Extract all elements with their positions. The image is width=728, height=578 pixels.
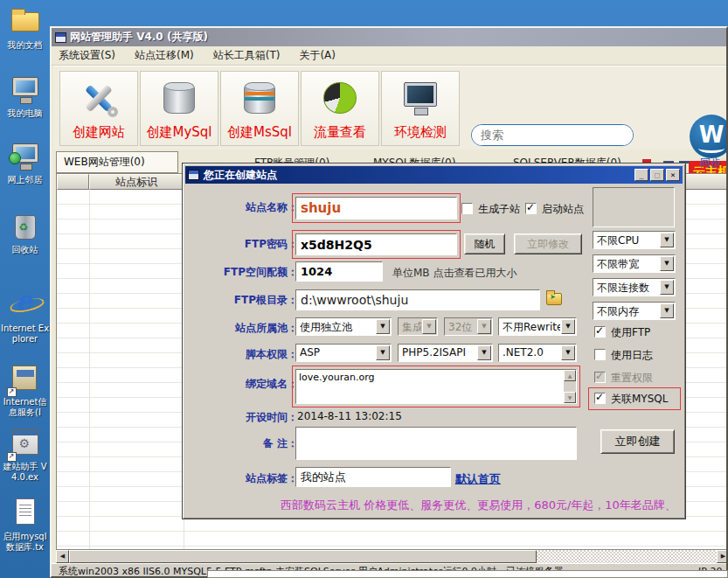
ftp-password-label: FTP密码： <box>195 237 298 252</box>
desktop-icon-site-helper[interactable]: 建站助手 V4.0.ex <box>0 427 50 483</box>
my-computer-icon <box>9 73 42 107</box>
scroll-left-button[interactable]: ◀ <box>56 550 69 563</box>
cpu-limit-select[interactable]: 不限CPU▼ <box>593 231 676 249</box>
monitor-icon <box>399 77 441 119</box>
ftp-quota-input[interactable] <box>295 261 383 282</box>
link-mysql-label: 关联MYSQL <box>611 392 668 407</box>
create-site-dialog: 您正在创建站点 _ □ × 站点名称： 生成子站 启动站点 FTP密码： 随机 … <box>182 163 686 519</box>
chevron-down-icon: ▼ <box>477 345 491 360</box>
reset-permission-label: 重置权限 <box>611 371 653 386</box>
desktop-icon-recycle-bin[interactable]: 回收站 <box>0 210 50 255</box>
horizontal-scrollbar[interactable]: ◀ ▶ <box>56 550 728 563</box>
site-tag-input[interactable] <box>295 467 451 487</box>
scroll-down-icon[interactable]: ▼ <box>564 392 576 403</box>
asp-select[interactable]: ASP▼ <box>295 344 392 362</box>
minimize-button[interactable]: _ <box>634 169 648 181</box>
scrollbar-thumb[interactable] <box>69 550 537 563</box>
list-header-site-id[interactable]: 站点标识 <box>89 174 184 190</box>
desktop-icon-my-computer[interactable]: 我的电脑 <box>0 73 50 119</box>
site-name-label: 站点名称： <box>195 200 298 215</box>
desktop-icon-label: 建站助手 V4.0.ex <box>0 462 50 483</box>
my-documents-icon <box>9 5 42 38</box>
app-pool-label: 站点所属池： <box>195 321 298 336</box>
promo-marquee: 西部数码云主机 价格更低、服务更优、更易使用，680元/年起，10年老品牌、全国 <box>281 498 676 513</box>
chevron-down-icon: ▼ <box>376 319 390 334</box>
generate-subsite-checkbox[interactable] <box>461 203 473 214</box>
use-ftp-label: 使用FTP <box>611 325 650 340</box>
desktop-icon-iis[interactable]: Internet信息服务(I <box>0 362 50 418</box>
site-name-input[interactable] <box>295 197 457 219</box>
create-time-label: 开设时间： <box>195 410 298 425</box>
ftp-root-label: FTP根目录： <box>195 293 298 308</box>
bandwidth-limit-select[interactable]: 不限带宽▼ <box>593 254 676 273</box>
ftp-root-input[interactable] <box>295 289 540 310</box>
dialog-icon <box>188 170 199 180</box>
column-divider <box>89 190 90 549</box>
domain-scrollbar[interactable]: ▲▼ <box>564 370 576 403</box>
use-log-label: 使用日志 <box>611 348 653 363</box>
environment-check-button[interactable]: 环境检测 <box>381 71 460 146</box>
bind-domain-label: 绑定域名： <box>195 377 298 392</box>
app-title: 网站管理助手 V4.0 (共享版) <box>70 30 208 45</box>
random-password-button[interactable]: 随机 <box>464 233 505 254</box>
app-titlebar[interactable]: 网站管理助手 V4.0 (共享版) <box>52 28 726 46</box>
search-input[interactable] <box>472 125 634 145</box>
start-site-checkbox[interactable] <box>525 203 537 214</box>
create-site-button[interactable]: 创建网站 <box>59 71 138 146</box>
bind-domain-textarea[interactable]: love.youran.org <box>295 369 577 404</box>
desktop-icon-label: 回收站 <box>0 245 50 255</box>
remark-textarea[interactable] <box>295 427 577 460</box>
create-now-button[interactable]: 立即创建 <box>600 429 675 454</box>
desktop-icon-my-documents[interactable]: 我的文档 <box>0 5 50 51</box>
chevron-down-icon: ▼ <box>660 303 674 318</box>
dialog-title: 您正在创建站点 <box>204 168 633 183</box>
desktop-icon-label: 启用mysql数据库.tx <box>0 532 50 553</box>
scroll-right-button[interactable]: ▶ <box>717 550 728 563</box>
desktop-icon-internet-explorer[interactable]: Internet Explorer <box>0 289 50 345</box>
memory-limit-select[interactable]: 不限内存▼ <box>593 302 676 320</box>
scroll-up-icon[interactable]: ▲ <box>564 370 576 381</box>
close-button[interactable]: × <box>666 169 680 181</box>
generate-subsite-label: 生成子站 <box>478 202 520 217</box>
desktop-icon-label: Internet Explorer <box>0 324 50 345</box>
dotnet-select[interactable]: .NET2.0▼ <box>498 344 577 362</box>
quota-hint[interactable]: 单位MB 点击查看已用大小 <box>392 266 517 281</box>
desktop-icon-network-places[interactable]: 网上邻居 <box>0 140 50 185</box>
menu-system-settings[interactable]: 系统设置(S) <box>59 48 115 63</box>
menu-site-migration[interactable]: 站点迁移(M) <box>135 48 194 63</box>
iis-icon <box>9 362 42 395</box>
dialog-titlebar[interactable]: 您正在创建站点 _ □ × <box>185 166 683 184</box>
tab-web-site-management[interactable]: WEB网站管理(0) <box>56 151 178 173</box>
reset-permission-checkbox <box>594 372 606 383</box>
modify-now-button[interactable]: 立即修改 <box>514 233 582 254</box>
internet-explorer-icon <box>9 289 42 322</box>
sync-link[interactable]: 同步 <box>700 156 721 171</box>
desktop-icon-label: 我的电脑 <box>0 108 50 119</box>
mssql-database-icon <box>239 77 281 119</box>
default-page-link[interactable]: 默认首页 <box>455 471 501 487</box>
menu-about[interactable]: 关于(A) <box>299 48 336 63</box>
remark-label: 备 注： <box>195 436 298 451</box>
ftp-password-input[interactable] <box>295 233 457 255</box>
create-mysql-button[interactable]: 创建MySql <box>140 71 218 146</box>
use-log-checkbox[interactable] <box>594 349 606 360</box>
link-mysql-checkbox[interactable] <box>594 393 606 404</box>
app-pool-select[interactable]: 使用独立池▼ <box>295 317 392 336</box>
text-file-icon <box>9 497 42 530</box>
chevron-down-icon: ▼ <box>422 319 436 334</box>
ftp-quota-label: FTP空间配额： <box>195 265 298 280</box>
rewrite-select[interactable]: 不用Rewrite▼ <box>498 317 577 336</box>
desktop-icon-mysql-note[interactable]: 启用mysql数据库.tx <box>0 497 50 553</box>
use-ftp-checkbox[interactable] <box>594 326 606 338</box>
php-select[interactable]: PHP5.2ISAPI▼ <box>398 344 493 362</box>
site-tag-label: 站点标签： <box>195 471 298 486</box>
browse-folder-icon[interactable] <box>546 293 562 305</box>
mysql-database-icon <box>158 77 200 119</box>
maximize-button[interactable]: □ <box>650 169 664 181</box>
connections-limit-select[interactable]: 不限连接数▼ <box>593 278 676 296</box>
traffic-view-button[interactable]: 流量查看 <box>301 71 379 146</box>
pool-mode-select: 集成▼ <box>398 317 438 336</box>
list-header-blank[interactable] <box>57 174 89 190</box>
menu-webmaster-toolbox[interactable]: 站长工具箱(T) <box>213 48 281 63</box>
create-mssql-button[interactable]: 创建MsSql <box>220 71 299 146</box>
